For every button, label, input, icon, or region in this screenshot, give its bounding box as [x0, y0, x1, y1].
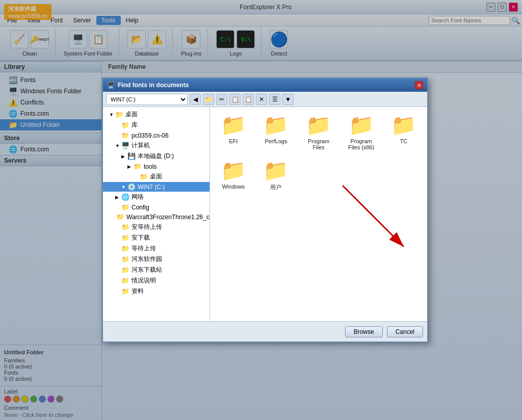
arrow-annotation — [327, 175, 427, 277]
folder-icon-windows: 📁 — [221, 159, 246, 182]
toolbar-back-btn[interactable]: ◀ — [190, 94, 201, 105]
tree-item-situation[interactable]: 📁 情况说明 — [103, 275, 210, 286]
tree-item-network[interactable]: ▶ 🌐 网络 — [103, 192, 210, 202]
toolbar-cut-btn[interactable]: ✂ — [216, 94, 227, 105]
folder-icon-users: 📁 — [263, 159, 289, 182]
file-item-programfiles-x86[interactable]: 📁 Program Files (x86) — [342, 111, 381, 152]
tree-item-hddownload[interactable]: 📁 河东下载站 — [103, 265, 210, 275]
tree-panel[interactable]: ▼ 📁 桌面 📁 库 📁 pc0359.cn-06 ▼ 🖥️ — [103, 107, 210, 321]
file-item-efi[interactable]: 📁 EFI — [214, 111, 253, 152]
dialog-footer: Browse Cancel — [103, 321, 427, 342]
tree-item-data[interactable]: 📁 资料 — [103, 286, 210, 297]
toolbar-paste-btn[interactable]: 📋 — [243, 94, 254, 105]
tree-item-warcraft[interactable]: 📁 Warcraft3FrozenThrone1.26_chs — [103, 212, 210, 222]
tree-item-drive-c[interactable]: ▼ 💿 WIN7 (C:) — [103, 182, 210, 192]
file-label-tc: TC — [400, 138, 408, 144]
tree-item-upload2[interactable]: 📁 等待上传 — [103, 243, 210, 254]
file-label-perflogs: PerfLogs — [265, 138, 287, 144]
toolbar-delete-btn[interactable]: ✕ — [256, 94, 267, 105]
files-panel: 📁 EFI 📁 PerfLogs 📁 Program Files 📁 Progr… — [210, 107, 427, 321]
toolbar-list-btn[interactable]: ▼ — [282, 94, 294, 105]
file-item-tc[interactable]: 📁 TC — [384, 111, 423, 152]
tree-item-desktop2[interactable]: 📁 桌面 — [103, 171, 210, 182]
tree-item-config[interactable]: 📁 Config — [103, 202, 210, 212]
dialog-body: ▼ 📁 桌面 📁 库 📁 pc0359.cn-06 ▼ 🖥️ — [103, 107, 427, 321]
folder-icon-programfiles: 📁 — [306, 113, 331, 137]
cancel-button[interactable]: Cancel — [387, 326, 423, 337]
tree-item-ku[interactable]: 📁 库 — [103, 120, 210, 130]
file-item-windows[interactable]: 📁 Windows — [214, 156, 253, 193]
tree-item-pc0359[interactable]: 📁 pc0359.cn-06 — [103, 130, 210, 140]
dialog-title-icon: 🖥️ — [107, 82, 115, 89]
folder-icon-programfiles-x86: 📁 — [349, 113, 374, 137]
tree-item-upload1[interactable]: 📁 安等待上传 — [103, 222, 210, 232]
find-fonts-dialog: 🖥️ Find fonts in documents ✕ WIN7 (C:) ◀… — [102, 77, 428, 343]
tree-item-download[interactable]: 📁 安下载 — [103, 232, 210, 243]
dialog-title-text: Find fonts in documents — [118, 82, 415, 89]
file-label-programfiles-x86: Program Files (x86) — [344, 138, 379, 150]
dialog-title-bar: 🖥️ Find fonts in documents ✕ — [103, 78, 427, 92]
dialog-overlay: 🖥️ Find fonts in documents ✕ WIN7 (C:) ◀… — [0, 0, 522, 420]
file-label-programfiles: Program Files — [301, 138, 336, 150]
dialog-close-button[interactable]: ✕ — [415, 81, 423, 89]
folder-icon-efi: 📁 — [221, 113, 246, 137]
tree-item-computer[interactable]: ▼ 🖥️ 计算机 — [103, 140, 210, 151]
svg-line-1 — [343, 186, 404, 247]
tree-item-drive-d[interactable]: ▶ 💾 本地磁盘 (D:) — [103, 151, 210, 162]
file-label-users: 用户 — [270, 183, 281, 191]
browse-button[interactable]: Browse — [345, 326, 383, 337]
tree-item-desktop[interactable]: ▼ 📁 桌面 — [103, 109, 210, 120]
dialog-toolbar: WIN7 (C:) ◀ 📁 ✂ 📋 📋 ✕ ☰ ▼ — [103, 92, 427, 107]
file-item-perflogs[interactable]: 📁 PerfLogs — [257, 111, 296, 152]
file-item-users[interactable]: 📁 用户 — [257, 156, 296, 193]
toolbar-copy-btn[interactable]: 📋 — [229, 94, 241, 105]
file-label-efi: EFI — [229, 138, 238, 144]
path-selector[interactable]: WIN7 (C:) — [106, 94, 188, 105]
tree-item-hdsoftware[interactable]: 📁 河东软件园 — [103, 254, 210, 265]
file-item-programfiles[interactable]: 📁 Program Files — [299, 111, 338, 152]
tree-item-tools[interactable]: ▶ 📁 tools — [103, 162, 210, 171]
file-label-windows: Windows — [222, 183, 245, 190]
folder-icon-tc: 📁 — [391, 113, 416, 137]
folder-icon-perflogs: 📁 — [263, 113, 289, 137]
toolbar-view-btn[interactable]: ☰ — [269, 94, 280, 105]
toolbar-folder-btn[interactable]: 📁 — [203, 94, 214, 105]
